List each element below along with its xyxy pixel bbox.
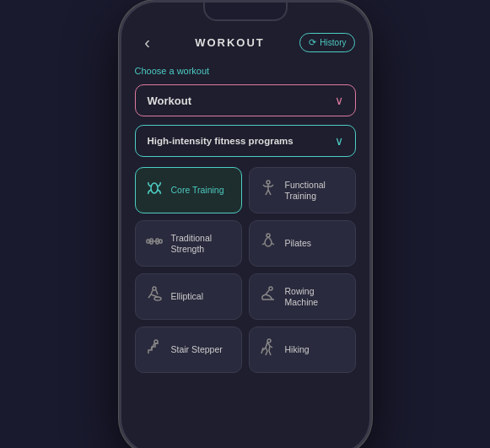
back-button[interactable]: ‹ [135,33,160,52]
workout-dropdown-arrow: ∨ [335,94,343,107]
screen: ‹ WORKOUT ⟳ History Choose a workout Wor… [121,3,369,448]
stair-stepper-label: Stair Stepper [171,344,223,355]
workout-dropdown-text: Workout [148,94,191,107]
grid-item-hiking[interactable]: Hiking [249,327,356,373]
grid-item-core-training[interactable]: Core Training [135,167,242,213]
choose-label: Choose a workout [135,66,356,76]
grid-item-stair-stepper[interactable]: Stair Stepper [135,327,242,373]
history-button[interactable]: ⟳ History [299,33,355,52]
grid-item-functional-training[interactable]: Functional Training [249,167,356,213]
phone-frame: ‹ WORKOUT ⟳ History Choose a workout Wor… [119,0,372,448]
svg-point-9 [154,297,161,300]
elliptical-label: Elliptical [171,291,204,302]
program-dropdown-arrow: ∨ [335,134,343,148]
content-area: Choose a workout Workout ∨ High-intensit… [121,59,369,448]
functional-training-label: Functional Training [285,180,347,201]
notch [203,3,288,21]
program-dropdown[interactable]: High-intensity fitness programs ∨ [135,125,356,157]
elliptical-icon [144,284,164,309]
workout-dropdown[interactable]: Workout ∨ [135,84,356,116]
stair-stepper-icon [144,337,164,362]
workout-grid: Core Training [135,167,356,373]
svg-rect-3 [159,240,162,243]
program-dropdown-text: High-intensity fitness programs [148,136,293,146]
pilates-label: Pilates [285,238,312,249]
svg-point-11 [154,340,158,343]
svg-point-12 [267,339,271,343]
hiking-icon [258,337,278,362]
rowing-machine-label: Rowing Machine [285,286,347,307]
core-training-icon [144,178,164,202]
rowing-machine-icon [258,284,278,309]
svg-point-1 [267,181,270,184]
history-label: History [320,38,346,47]
functional-training-icon [258,178,278,202]
hiking-label: Hiking [285,344,310,355]
svg-point-8 [153,287,156,290]
grid-item-traditional-strength[interactable]: Traditional Strength [135,220,242,267]
grid-item-elliptical[interactable]: Elliptical [135,273,242,320]
svg-point-0 [151,183,158,193]
grid-item-rowing-machine[interactable]: Rowing Machine [249,273,356,320]
page-title: WORKOUT [195,36,265,49]
traditional-strength-label: Traditional Strength [171,233,233,254]
pilates-icon [258,231,278,256]
svg-rect-2 [147,240,149,243]
history-icon: ⟳ [309,37,316,48]
grid-item-pilates[interactable]: Pilates [249,220,356,267]
phone-wrapper: ‹ WORKOUT ⟳ History Choose a workout Wor… [119,0,372,448]
core-training-label: Core Training [171,185,224,196]
traditional-strength-icon [144,231,164,256]
svg-point-10 [269,287,272,290]
header: ‹ WORKOUT ⟳ History [121,26,369,59]
